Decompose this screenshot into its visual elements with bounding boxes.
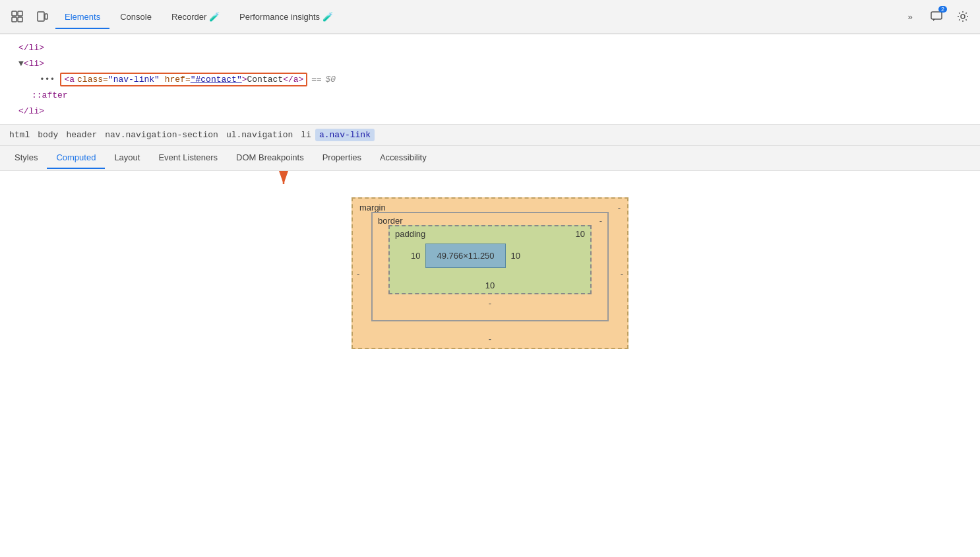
cursor-icon[interactable] bbox=[5, 5, 29, 28]
box-margin: margin - - - border - padding 10 bbox=[352, 197, 628, 349]
breadcrumb-html[interactable]: html bbox=[5, 129, 34, 141]
svg-point-7 bbox=[961, 15, 965, 18]
main-content: </li> ▼ <li> ••• <a class="nav-link" hre… bbox=[0, 34, 980, 557]
tab-dom-breakpoints[interactable]: DOM Breakpoints bbox=[227, 147, 313, 169]
breadcrumb-header[interactable]: header bbox=[62, 129, 101, 141]
tab-console[interactable]: Console bbox=[111, 5, 161, 28]
breadcrumb-body[interactable]: body bbox=[34, 129, 62, 141]
tab-computed[interactable]: Computed bbox=[47, 147, 105, 169]
more-tabs-icon[interactable]: » bbox=[898, 5, 922, 28]
tab-accessibility[interactable]: Accessibility bbox=[371, 147, 436, 169]
dom-line-li-close[interactable]: </li> bbox=[13, 40, 980, 55]
svg-rect-3 bbox=[18, 17, 22, 22]
svg-rect-1 bbox=[18, 11, 22, 16]
box-inner-row: 10 49.766×11.250 10 bbox=[406, 244, 574, 268]
panel-tabs: Styles Computed Layout Event Listeners D… bbox=[0, 146, 980, 171]
dom-line-li-close2[interactable]: </li> bbox=[13, 103, 980, 119]
chat-icon[interactable]: 2 bbox=[925, 5, 948, 28]
tab-performance[interactable]: Performance insights 🧪 bbox=[230, 5, 342, 28]
tab-properties[interactable]: Properties bbox=[313, 147, 371, 169]
breadcrumb-ul[interactable]: ul.navigation bbox=[222, 129, 297, 141]
tab-event-listeners[interactable]: Event Listeners bbox=[149, 147, 227, 169]
tab-elements[interactable]: Elements bbox=[55, 5, 109, 29]
box-model-area: margin - - - border - padding 10 bbox=[0, 184, 980, 349]
dom-line-li-open[interactable]: ▼ <li> bbox=[13, 55, 980, 71]
tab-layout[interactable]: Layout bbox=[105, 147, 149, 169]
svg-rect-2 bbox=[12, 17, 16, 22]
toolbar-right: » 2 bbox=[898, 5, 975, 28]
box-content: 49.766×11.250 bbox=[425, 244, 505, 268]
border-bottom-value: - bbox=[388, 298, 592, 308]
computed-panel: margin - - - border - padding 10 bbox=[0, 171, 980, 557]
tab-styles[interactable]: Styles bbox=[5, 147, 47, 169]
svg-rect-0 bbox=[12, 11, 16, 16]
box-border: border - padding 10 10 49.766×11.250 bbox=[371, 212, 609, 321]
device-toolbar-icon[interactable] bbox=[30, 5, 54, 28]
devtools-toolbar: Elements Console Recorder 🧪 Performance … bbox=[0, 0, 980, 34]
dom-tree: </li> ▼ <li> ••• <a class="nav-link" hre… bbox=[0, 34, 980, 125]
box-padding: padding 10 10 49.766×11.250 10 10 bbox=[388, 225, 592, 294]
breadcrumb-a[interactable]: a.nav-link bbox=[315, 129, 375, 141]
breadcrumb-bar: html body header nav.navigation-section … bbox=[0, 125, 980, 146]
tab-recorder[interactable]: Recorder 🧪 bbox=[162, 5, 229, 28]
settings-icon[interactable] bbox=[951, 5, 975, 28]
svg-rect-4 bbox=[38, 12, 44, 21]
svg-rect-6 bbox=[931, 12, 942, 19]
dom-line-after[interactable]: ::after bbox=[26, 87, 980, 103]
dom-line-a-tag[interactable]: ••• <a class="nav-link" href="#contact" … bbox=[0, 71, 980, 87]
arrow-svg bbox=[231, 171, 363, 204]
breadcrumb-nav[interactable]: nav.navigation-section bbox=[101, 129, 222, 141]
svg-rect-5 bbox=[45, 14, 47, 19]
breadcrumb-li[interactable]: li bbox=[297, 129, 315, 141]
box-model-diagram: margin - - - border - padding 10 bbox=[352, 197, 628, 349]
